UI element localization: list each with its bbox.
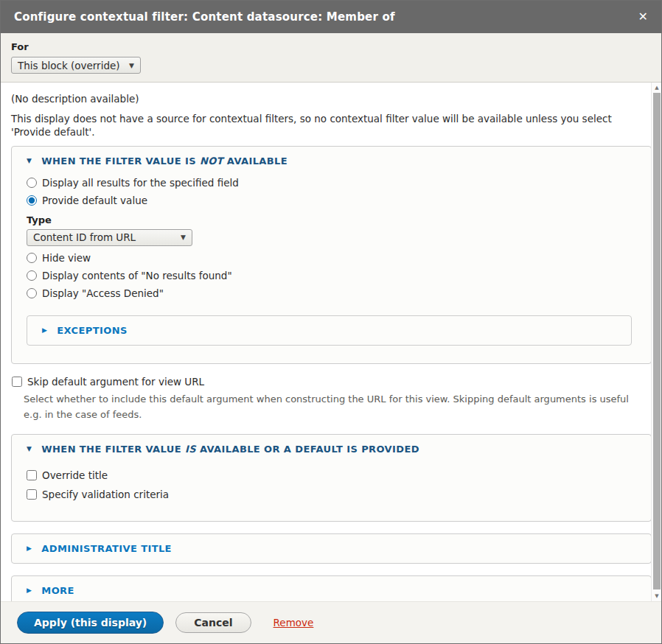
remove-link[interactable]: Remove	[273, 617, 314, 629]
checkbox-specify-validation[interactable]: Specify validation criteria	[27, 489, 169, 500]
collapse-arrow-icon: ▼	[27, 446, 32, 452]
checkbox-specify-validation-input[interactable]	[27, 489, 37, 500]
radio-hide-view[interactable]: Hide view	[27, 252, 91, 264]
radio-label: Display all results for the specified fi…	[42, 177, 239, 189]
type-label: Type	[27, 214, 636, 225]
fieldset-toggle-administrative-title[interactable]: ▶ ADMINISTRATIVE TITLE	[27, 543, 636, 554]
checkbox-label: Override title	[42, 469, 108, 481]
dialog-body: (No description available) This display …	[1, 83, 661, 601]
default-type-select[interactable]: Content ID from URL ▼	[27, 229, 192, 246]
fieldset-toggle-available[interactable]: ▼ WHEN THE FILTER VALUE IS AVAILABLE OR …	[27, 444, 636, 455]
fieldset-legend-available: WHEN THE FILTER VALUE IS AVAILABLE OR A …	[41, 444, 419, 455]
dialog-titlebar: Configure contextual filter: Content dat…	[1, 1, 661, 33]
skip-default-description: Select whether to include this default a…	[24, 391, 634, 422]
radio-no-results-found-input[interactable]	[27, 270, 37, 281]
fieldset-legend-exceptions: EXCEPTIONS	[57, 325, 127, 336]
dialog-content: (No description available) This display …	[1, 83, 661, 601]
radio-label: Hide view	[42, 252, 91, 264]
radio-access-denied-input[interactable]	[27, 288, 37, 298]
fieldset-legend-administrative-title: ADMINISTRATIVE TITLE	[41, 543, 172, 554]
dropdown-arrow-icon: ▼	[181, 234, 186, 241]
fieldset-more: ▶ MORE	[11, 575, 652, 601]
radio-label: Display contents of "No results found"	[42, 270, 232, 281]
for-label: For	[11, 41, 651, 52]
radio-hide-view-input[interactable]	[27, 253, 37, 263]
radio-no-results-found[interactable]: Display contents of "No results found"	[27, 270, 232, 281]
contextual-filter-dialog: Configure contextual filter: Content dat…	[0, 0, 662, 644]
radio-label: Provide default value	[42, 195, 147, 206]
for-display-select[interactable]: This block (override) ▼	[11, 57, 141, 74]
radio-access-denied[interactable]: Display "Access Denied"	[27, 287, 164, 299]
fieldset-legend-more: MORE	[41, 585, 74, 596]
expand-arrow-icon: ▶	[27, 545, 32, 552]
close-icon[interactable]: ✕	[638, 11, 648, 23]
collapse-arrow-icon: ▼	[27, 158, 32, 164]
expand-arrow-icon: ▶	[27, 587, 32, 594]
checkbox-skip-default-argument[interactable]: Skip default argument for view URL	[12, 376, 204, 388]
checkbox-skip-default-argument-input[interactable]	[12, 377, 22, 387]
radio-display-all-results[interactable]: Display all results for the specified fi…	[27, 177, 239, 189]
dialog-footer: Apply (this display) Cancel Remove	[1, 601, 661, 643]
scroll-up-icon[interactable]: ▲	[652, 85, 661, 91]
fieldset-toggle-more[interactable]: ▶ MORE	[27, 585, 636, 596]
scroll-down-icon[interactable]: ▼	[652, 593, 661, 599]
fieldset-toggle-exceptions[interactable]: ▶ EXCEPTIONS	[42, 325, 616, 336]
radio-display-all-results-input[interactable]	[27, 178, 37, 188]
dropdown-arrow-icon: ▼	[129, 62, 134, 69]
dialog-title: Configure contextual filter: Content dat…	[14, 10, 638, 24]
checkbox-label: Specify validation criteria	[42, 489, 169, 500]
checkbox-label: Skip default argument for view URL	[27, 376, 204, 388]
scrollbar-thumb[interactable]	[653, 93, 661, 589]
fieldset-toggle-not-available[interactable]: ▼ WHEN THE FILTER VALUE IS NOT AVAILABLE	[27, 155, 636, 167]
fieldset-legend-not-available: WHEN THE FILTER VALUE IS NOT AVAILABLE	[41, 155, 288, 167]
cancel-button[interactable]: Cancel	[175, 612, 251, 634]
display-note-text: This display does not have a source for …	[11, 112, 652, 139]
radio-provide-default-value[interactable]: Provide default value	[27, 195, 147, 206]
expand-arrow-icon: ▶	[42, 327, 47, 334]
fieldset-not-available: ▼ WHEN THE FILTER VALUE IS NOT AVAILABLE…	[11, 146, 652, 364]
for-section: For This block (override) ▼	[1, 33, 661, 83]
radio-label: Display "Access Denied"	[42, 287, 164, 299]
apply-button[interactable]: Apply (this display)	[17, 612, 164, 634]
default-type-select-value: Content ID from URL	[33, 231, 136, 243]
no-description-text: (No description available)	[11, 92, 652, 105]
for-display-select-value: This block (override)	[18, 60, 120, 71]
checkbox-override-title[interactable]: Override title	[27, 469, 108, 481]
radio-provide-default-value-input[interactable]	[27, 195, 37, 206]
fieldset-exceptions: ▶ EXCEPTIONS	[27, 315, 632, 346]
vertical-scrollbar[interactable]: ▲ ▼	[651, 83, 661, 601]
fieldset-administrative-title: ▶ ADMINISTRATIVE TITLE	[11, 533, 652, 564]
fieldset-available: ▼ WHEN THE FILTER VALUE IS AVAILABLE OR …	[11, 434, 652, 522]
checkbox-override-title-input[interactable]	[27, 470, 37, 480]
